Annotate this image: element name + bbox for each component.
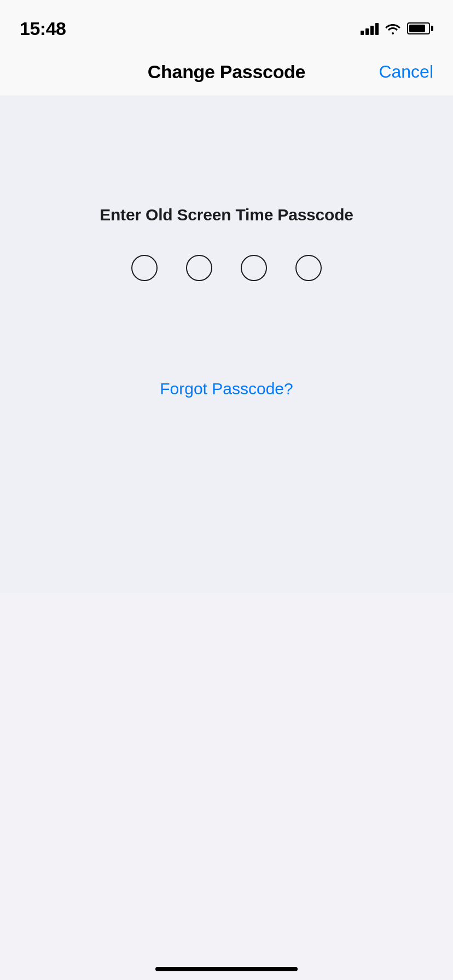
forgot-passcode-button[interactable]: Forgot Passcode? xyxy=(160,380,293,398)
battery-icon xyxy=(407,22,433,34)
page-root: 15:48 xyxy=(0,0,453,980)
nav-title: Change Passcode xyxy=(148,61,305,83)
battery-fill xyxy=(409,25,425,32)
passcode-dot-3 xyxy=(241,255,267,281)
nav-bar: Change Passcode Cancel xyxy=(0,48,453,96)
signal-bar-3 xyxy=(370,26,374,35)
spacer xyxy=(0,593,453,980)
signal-bars-icon xyxy=(361,22,379,35)
passcode-dot-2 xyxy=(186,255,212,281)
signal-bar-4 xyxy=(375,23,379,35)
main-content: Enter Old Screen Time Passcode Forgot Pa… xyxy=(0,96,453,593)
battery-body xyxy=(407,22,430,34)
passcode-dot-1 xyxy=(131,255,158,281)
cancel-button[interactable]: Cancel xyxy=(379,62,433,82)
status-bar: 15:48 xyxy=(0,0,453,48)
status-icons xyxy=(361,22,433,35)
status-time: 15:48 xyxy=(20,18,66,39)
wifi-icon xyxy=(385,22,400,34)
passcode-dots xyxy=(131,255,322,281)
home-indicator xyxy=(155,967,298,971)
signal-bar-1 xyxy=(361,31,364,35)
signal-bar-2 xyxy=(365,28,369,35)
passcode-dot-4 xyxy=(295,255,322,281)
battery-tip xyxy=(431,26,433,31)
prompt-text: Enter Old Screen Time Passcode xyxy=(100,206,353,224)
